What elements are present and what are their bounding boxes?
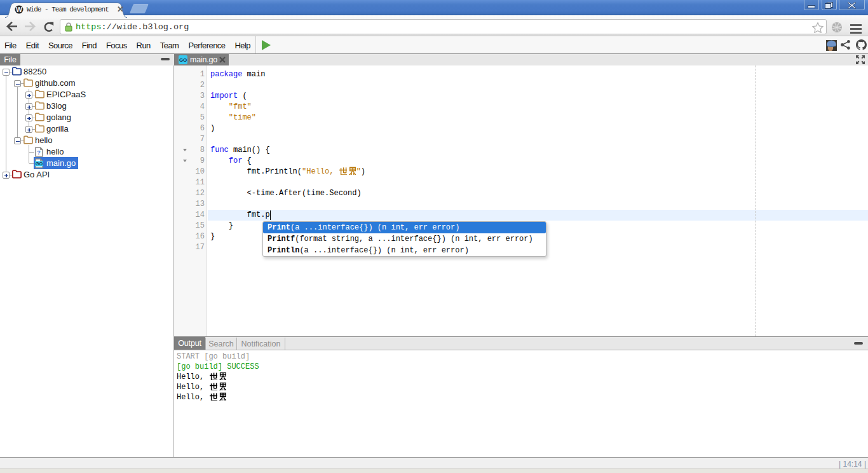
svg-text:GO: GO (179, 57, 187, 63)
svg-text:GO: GO (36, 161, 43, 167)
svg-text:?: ? (37, 149, 41, 156)
svg-text:W: W (16, 6, 22, 13)
